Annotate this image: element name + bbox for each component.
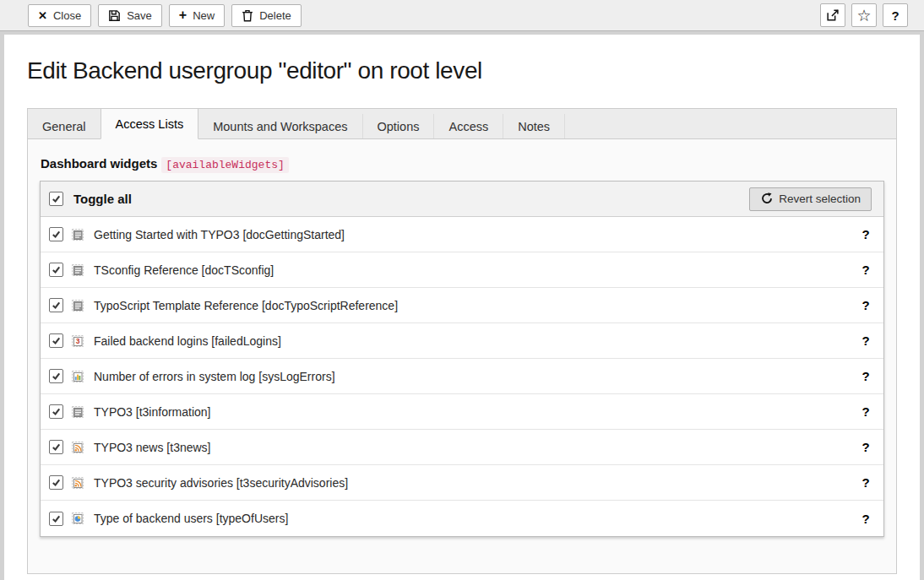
widget-list: Getting Started with TYPO3 [docGettingSt… — [41, 217, 883, 536]
row-help-icon[interactable]: ? — [860, 227, 872, 241]
row-help-icon[interactable]: ? — [860, 263, 872, 277]
new-button[interactable]: + New — [169, 4, 225, 27]
plus-icon: + — [179, 8, 187, 22]
docheader: ✕ Close Save + New — [0, 0, 924, 31]
close-button[interactable]: ✕ Close — [28, 4, 91, 27]
delete-button[interactable]: Delete — [231, 4, 302, 27]
chart-icon — [71, 370, 84, 383]
page-title: Edit Backend usergroup "editor" on root … — [27, 57, 897, 84]
row-checkbox[interactable] — [49, 227, 63, 241]
table-row: TYPO3 security advisories [t3securityAdv… — [41, 465, 883, 501]
table-row: Type of backend users [typeOfUsers] ? — [41, 501, 883, 536]
table-row: TYPO3 news [t3news] ? — [41, 430, 883, 465]
bookmark-button[interactable]: ☆ — [851, 3, 877, 27]
row-label: TYPO3 news [t3news] — [94, 441, 211, 454]
row-checkbox[interactable] — [49, 512, 63, 526]
table-row: TYPO3 [t3information] ? — [41, 394, 883, 430]
row-help-icon[interactable]: ? — [860, 333, 872, 348]
note-icon — [71, 228, 84, 241]
table-row: Getting Started with TYPO3 [docGettingSt… — [41, 217, 883, 252]
row-checkbox[interactable] — [49, 404, 63, 419]
tab-access[interactable]: Access — [434, 114, 503, 138]
open-in-new-window-icon — [826, 8, 840, 22]
module-content: Edit Backend usergroup "editor" on root … — [4, 35, 920, 580]
docheader-button-group: ✕ Close Save + New — [28, 4, 302, 27]
row-label: Type of backend users [typeOfUsers] — [94, 512, 288, 525]
row-help-icon[interactable]: ? — [860, 404, 872, 419]
help-icon: ? — [891, 9, 899, 22]
row-help-icon[interactable]: ? — [860, 369, 872, 383]
delete-button-label: Delete — [259, 9, 291, 22]
table-row: 3 Failed backend logins [failedLogins] ? — [41, 323, 883, 359]
tab-bar: General Access Lists Mounts and Workspac… — [27, 108, 897, 138]
row-help-icon[interactable]: ? — [860, 475, 872, 490]
tab-general[interactable]: General — [28, 114, 101, 138]
close-button-label: Close — [53, 9, 81, 22]
rss-icon — [71, 476, 84, 490]
note-icon — [71, 299, 84, 312]
revert-selection-label: Revert selection — [779, 192, 861, 205]
row-label: Number of errors in system log [sysLogEr… — [94, 370, 335, 383]
tab-access-lists[interactable]: Access Lists — [101, 108, 199, 139]
rss-icon — [71, 441, 84, 454]
row-help-icon[interactable]: ? — [860, 440, 872, 454]
open-in-new-window-button[interactable] — [820, 3, 845, 27]
toggle-all-label: Toggle all — [73, 192, 132, 206]
help-button[interactable]: ? — [883, 3, 908, 27]
section-label: Dashboard widgets[availableWidgets] — [41, 156, 884, 171]
bookmark-star-icon: ☆ — [856, 8, 871, 24]
row-help-icon[interactable]: ? — [860, 512, 872, 526]
row-label: TYPO3 [t3information] — [94, 405, 211, 419]
table-row: Number of errors in system log [sysLogEr… — [41, 359, 883, 394]
section-label-text: Dashboard widgets — [41, 156, 157, 171]
row-checkbox[interactable] — [49, 333, 63, 348]
number-icon: 3 — [71, 334, 84, 348]
row-label: Getting Started with TYPO3 [docGettingSt… — [94, 228, 345, 241]
save-button[interactable]: Save — [98, 4, 162, 27]
docheader-right-group: ☆ ? — [820, 3, 908, 27]
tabs-area: General Access Lists Mounts and Workspac… — [27, 108, 897, 574]
tab-panel-access-lists: Dashboard widgets[availableWidgets] Togg… — [27, 138, 897, 574]
table-header-row: Toggle all Revert selection — [41, 182, 883, 217]
row-checkbox[interactable] — [49, 263, 63, 277]
row-label: TSconfig Reference [docTSconfig] — [94, 263, 274, 277]
tab-options[interactable]: Options — [363, 114, 435, 138]
revert-icon — [760, 192, 773, 207]
close-icon: ✕ — [38, 10, 47, 21]
save-icon — [108, 9, 121, 22]
trash-icon — [242, 9, 253, 22]
table-row: TSconfig Reference [docTSconfig] ? — [41, 252, 883, 288]
note-icon — [71, 405, 84, 419]
revert-selection-button[interactable]: Revert selection — [749, 187, 872, 211]
row-label: TYPO3 security advisories [t3securityAdv… — [94, 476, 348, 490]
toggle-all-checkbox[interactable] — [49, 192, 63, 206]
row-help-icon[interactable]: ? — [860, 298, 872, 312]
widget-table: Toggle all Revert selection — [40, 181, 884, 537]
tab-notes[interactable]: Notes — [503, 114, 565, 138]
row-checkbox[interactable] — [49, 475, 63, 490]
row-checkbox[interactable] — [49, 440, 63, 454]
tab-mounts-and-workspaces[interactable]: Mounts and Workspaces — [198, 114, 362, 138]
svg-text:3: 3 — [76, 337, 80, 345]
table-row: TypoScript Template Reference [docTypoSc… — [41, 288, 883, 323]
save-button-label: Save — [127, 9, 152, 22]
row-checkbox[interactable] — [49, 298, 63, 312]
row-checkbox[interactable] — [49, 369, 63, 383]
section-code: [availableWidgets] — [161, 157, 288, 173]
row-label: Failed backend logins [failedLogins] — [94, 334, 281, 348]
pie-icon — [71, 512, 84, 525]
new-button-label: New — [193, 9, 215, 22]
note-icon — [71, 263, 84, 277]
row-label: TypoScript Template Reference [docTypoSc… — [94, 299, 398, 312]
